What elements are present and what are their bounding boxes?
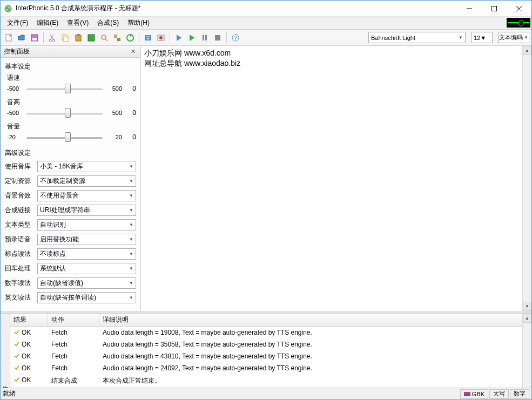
voice-select[interactable]: 小美 - 16K音库▼ [37, 161, 136, 172]
prerecord-row: 预录语音 启用替换功能▼ [5, 234, 136, 245]
scroll-up-icon[interactable]: ▲ [523, 314, 531, 323]
english-label: 英文读法 [5, 293, 35, 302]
svg-rect-14 [88, 35, 95, 41]
volume-slider[interactable] [26, 132, 103, 142]
svg-rect-13 [77, 34, 80, 36]
number-select[interactable]: 自动(缺省读值)▼ [37, 277, 136, 289]
ok-icon [14, 329, 20, 335]
pause-icon[interactable] [199, 32, 211, 44]
prerecord-label: 预录语音 [5, 235, 35, 244]
toolbar-separator [170, 32, 170, 43]
help-icon[interactable]: ? [230, 32, 241, 44]
fontsize-value: 12 [474, 35, 480, 41]
save-file-icon[interactable] [29, 32, 41, 44]
open-file-icon[interactable] [16, 32, 28, 44]
new-file-icon[interactable] [3, 32, 15, 44]
bgsound-select[interactable]: 不使用背景音▼ [37, 190, 136, 201]
status-caps: 大写 [489, 389, 509, 399]
scroll-down-icon[interactable]: ▼ [523, 302, 531, 311]
link-select[interactable]: URI处理成字符串▼ [37, 205, 136, 216]
editor-vscrollbar[interactable]: ▲ ▼ [522, 46, 531, 311]
status-encoding[interactable]: GBK [460, 389, 488, 399]
encoding-button[interactable]: 文本编码 ▼ [498, 32, 529, 43]
refresh-icon[interactable] [124, 32, 136, 44]
play-selection-icon[interactable] [186, 32, 198, 44]
punct-select[interactable]: 不读标点▼ [37, 248, 136, 260]
menu-edit[interactable]: 编辑(E) [32, 17, 63, 29]
stop-icon[interactable] [212, 32, 224, 44]
menu-view[interactable]: 查看(V) [63, 17, 93, 29]
output-tab[interactable]: 信息输出 [1, 314, 10, 388]
region-icon[interactable] [155, 32, 167, 44]
bgsound-row: 背景音效 不使用背景音▼ [5, 190, 136, 201]
enter-select[interactable]: 系统默认▼ [37, 263, 136, 274]
enter-label: 回车处理 [5, 264, 35, 273]
oscilloscope-icon [507, 18, 530, 28]
panel-close-icon[interactable]: ✕ [129, 48, 137, 55]
log-row[interactable]: OKFetchAudio data length = 19008, Text =… [10, 327, 522, 338]
fontsize-select[interactable]: 12 ▼ [471, 32, 493, 43]
col-result[interactable]: 结果 [10, 314, 48, 326]
copy-icon[interactable] [59, 32, 71, 44]
col-action[interactable]: 动作 [48, 314, 99, 326]
log-vscrollbar[interactable]: ▲ [522, 314, 531, 388]
panel-body: 基本设定 语速 -500 500 0 音高 -500 500 [1, 58, 140, 311]
texttype-select[interactable]: 自动识别▼ [37, 219, 136, 230]
ok-icon [14, 376, 20, 383]
replace-icon[interactable] [111, 32, 123, 44]
play-icon[interactable] [173, 32, 185, 44]
bgsound-label: 背景音效 [5, 191, 35, 200]
scroll-up-icon[interactable]: ▲ [523, 46, 531, 55]
log-row[interactable]: OKFetchAudio data length = 24092, Text =… [10, 362, 522, 374]
window-controls [457, 1, 531, 16]
svg-rect-25 [205, 35, 207, 40]
svg-rect-7 [32, 38, 37, 40]
pitch-max: 500 [106, 110, 122, 116]
paste-icon[interactable] [72, 32, 84, 44]
close-button[interactable] [507, 1, 531, 16]
number-label: 数字读法 [5, 279, 35, 288]
toolbar-separator [226, 32, 227, 43]
log-row[interactable]: OKFetchAudio data length = 43810, Text =… [10, 350, 522, 362]
log-row[interactable]: OK结束合成本次合成正常结束。 [10, 374, 522, 388]
svg-point-23 [159, 36, 163, 39]
speed-value: 0 [125, 85, 136, 92]
speed-slider[interactable] [26, 84, 103, 93]
col-detail[interactable]: 详细说明 [99, 314, 522, 326]
ok-icon [14, 352, 20, 359]
svg-text:?: ? [234, 35, 237, 41]
prerecord-select[interactable]: 启用替换功能▼ [37, 234, 136, 245]
font-value: Bahnschrift Light [371, 35, 415, 41]
svg-rect-26 [215, 35, 220, 40]
volume-min: -20 [7, 134, 23, 140]
toolbar-separator [139, 32, 139, 43]
pitch-slider[interactable] [26, 108, 103, 118]
svg-point-15 [102, 35, 106, 39]
custres-select[interactable]: 不加载定制资源▼ [37, 175, 136, 187]
statusbar: 就绪 GBK 大写 数字 [1, 388, 531, 399]
svg-rect-2 [492, 6, 497, 11]
cut-icon[interactable] [46, 32, 58, 44]
link-row: 合成链接 URI处理成字符串▼ [5, 205, 136, 216]
menu-file[interactable]: 文件(F) [3, 17, 32, 29]
log-row[interactable]: OKFetchAudio data length = 35058, Text =… [10, 338, 522, 350]
volume-value: 0 [125, 133, 136, 141]
svg-rect-12 [76, 35, 81, 41]
svg-line-16 [105, 39, 107, 41]
app-icon [4, 4, 12, 13]
advanced-section-title: 高级设定 [5, 148, 136, 158]
svg-rect-17 [114, 35, 117, 38]
font-select[interactable]: Bahnschrift Light ▼ [368, 32, 466, 43]
menu-synth[interactable]: 合成(S) [93, 17, 123, 29]
log-table: 结果 动作 详细说明 OKFetchAudio data length = 19… [10, 314, 522, 388]
text-editor[interactable]: 小刀娱乐网 www.x6d.com 网址总导航 www.xiaodao.biz [141, 46, 531, 311]
chevron-down-icon: ▼ [459, 35, 463, 40]
texttype-label: 文本类型 [5, 220, 35, 229]
flag-icon[interactable]: 字 [142, 32, 154, 44]
menu-help[interactable]: 帮助(H) [123, 17, 154, 29]
select-icon[interactable] [85, 32, 97, 44]
english-select[interactable]: 自动(缺省按单词读)▼ [37, 292, 136, 303]
find-icon[interactable] [98, 32, 110, 44]
minimize-button[interactable] [457, 1, 482, 16]
maximize-button[interactable] [482, 1, 507, 16]
